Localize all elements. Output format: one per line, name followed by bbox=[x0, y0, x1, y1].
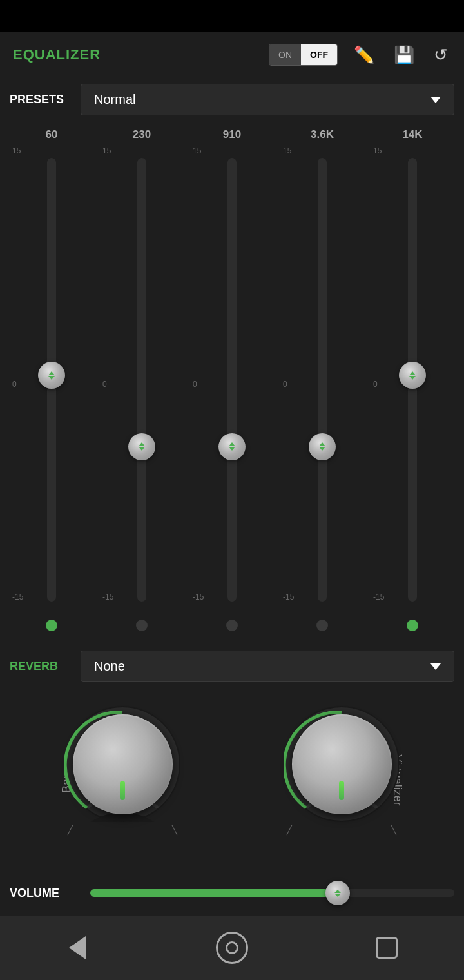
scale-bot-60: -15 bbox=[12, 593, 23, 602]
vol-arrow-up bbox=[334, 890, 341, 893]
scale-bot-230: -15 bbox=[102, 593, 113, 602]
reverb-dropdown[interactable]: None bbox=[81, 651, 454, 682]
scale-top-14k: 15 bbox=[373, 146, 382, 155]
nav-home-inner-icon bbox=[226, 941, 238, 954]
band-label-36k: 3.6K bbox=[311, 128, 334, 141]
slider-thumb-36k[interactable] bbox=[309, 433, 336, 460]
bass-knob-inner bbox=[73, 714, 173, 814]
volume-fill bbox=[90, 889, 338, 897]
virt-knob-outer bbox=[284, 706, 400, 822]
band-label-910: 910 bbox=[223, 128, 241, 141]
bass-max-mark: ╲ bbox=[172, 825, 177, 835]
reverb-selected: None bbox=[94, 659, 125, 674]
toggle-off-button[interactable]: OFF bbox=[301, 44, 337, 65]
eq-band-36k: 3.6K 15 0 -15 bbox=[282, 128, 363, 631]
scale-mid-230: 0 bbox=[102, 380, 107, 389]
arrow-down-60 bbox=[48, 376, 55, 380]
scale-top-60: 15 bbox=[12, 146, 21, 155]
eq-band-230: 230 15 0 -15 bbox=[101, 128, 182, 631]
nav-recents-icon bbox=[376, 937, 398, 959]
arrow-up-36k bbox=[319, 442, 325, 446]
bass-knob[interactable] bbox=[64, 706, 180, 822]
scale-mid-14k: 0 bbox=[373, 380, 378, 389]
knobs-section: Bass ╱ ╲ bbox=[0, 690, 464, 870]
thumb-arrows-230 bbox=[139, 442, 145, 451]
slider-thumb-230[interactable] bbox=[128, 433, 155, 460]
scale-top-910: 15 bbox=[193, 146, 201, 155]
toggle-group: ON OFF bbox=[269, 44, 338, 66]
bottom-nav bbox=[0, 916, 464, 980]
virt-min-mark: ╱ bbox=[287, 825, 292, 835]
nav-back-button[interactable] bbox=[55, 925, 100, 970]
virtualizer-knob[interactable] bbox=[284, 706, 400, 822]
slider-thumb-14k[interactable] bbox=[399, 362, 426, 389]
scale-mid-910: 0 bbox=[193, 380, 197, 389]
virt-max-mark: ╲ bbox=[391, 825, 396, 835]
scale-bot-910: -15 bbox=[193, 593, 204, 602]
edit-icon[interactable]: ✏️ bbox=[351, 42, 378, 68]
eq-band-910: 910 15 0 -15 bbox=[191, 128, 273, 631]
bass-min-mark: ╱ bbox=[68, 825, 73, 835]
reverb-bar: REVERB None bbox=[0, 643, 464, 690]
main-content: PRESETS Normal 60 15 bbox=[0, 77, 464, 916]
scale-mid-36k: 0 bbox=[283, 380, 287, 389]
presets-dropdown-arrow bbox=[430, 97, 441, 103]
volume-section: VOLUME bbox=[0, 870, 464, 916]
thumb-arrows-36k bbox=[319, 442, 325, 451]
bass-knob-outer bbox=[64, 706, 180, 822]
save-icon[interactable]: 💾 bbox=[391, 42, 418, 68]
reset-icon[interactable]: ↺ bbox=[430, 42, 451, 68]
reverb-dropdown-arrow bbox=[430, 663, 441, 670]
band-label-230: 230 bbox=[133, 128, 151, 141]
presets-bar: PRESETS Normal bbox=[0, 77, 464, 122]
presets-selected: Normal bbox=[94, 92, 135, 107]
nav-back-icon bbox=[69, 936, 86, 959]
arrow-up-14k bbox=[409, 371, 416, 375]
arrow-down-230 bbox=[139, 447, 145, 451]
volume-label: VOLUME bbox=[10, 887, 81, 900]
arrow-down-910 bbox=[229, 447, 235, 451]
toolbar: EQUALIZER ON OFF ✏️ 💾 ↺ bbox=[0, 32, 464, 77]
status-bar bbox=[0, 0, 464, 32]
arrow-up-230 bbox=[139, 442, 145, 446]
arrow-up-60 bbox=[48, 371, 55, 375]
virtualizer-knob-container: Virtualizer ╱ ╲ bbox=[274, 706, 409, 854]
band-dot-14k bbox=[407, 620, 418, 631]
nav-recents-button[interactable] bbox=[364, 925, 409, 970]
scale-mid-60: 0 bbox=[12, 380, 17, 389]
volume-slider[interactable] bbox=[90, 889, 454, 897]
virt-knob-inner bbox=[292, 714, 392, 814]
slider-thumb-60[interactable] bbox=[38, 362, 65, 389]
eq-section: 60 15 0 -15 bbox=[0, 122, 464, 640]
toggle-on-button[interactable]: ON bbox=[269, 44, 301, 65]
thumb-arrows-910 bbox=[229, 442, 235, 451]
presets-label: PRESETS bbox=[10, 93, 74, 106]
thumb-arrows-60 bbox=[48, 371, 55, 380]
band-dot-230 bbox=[136, 620, 148, 631]
scale-top-230: 15 bbox=[102, 146, 111, 155]
slider-thumb-910[interactable] bbox=[218, 433, 246, 460]
bass-knob-indicator bbox=[120, 781, 125, 800]
arrow-down-14k bbox=[409, 376, 416, 380]
volume-thumb[interactable] bbox=[325, 881, 350, 905]
app-title: EQUALIZER bbox=[13, 46, 101, 63]
nav-home-button[interactable] bbox=[209, 925, 255, 970]
band-dot-36k bbox=[316, 620, 328, 631]
reverb-label: REVERB bbox=[10, 660, 74, 673]
band-dot-60 bbox=[46, 620, 57, 631]
virt-knob-indicator bbox=[339, 781, 344, 800]
scale-top-36k: 15 bbox=[283, 146, 291, 155]
presets-dropdown[interactable]: Normal bbox=[81, 84, 454, 115]
band-dot-910 bbox=[226, 620, 238, 631]
bass-knob-container: Bass ╱ ╲ bbox=[55, 706, 190, 854]
band-label-14k: 14K bbox=[402, 128, 422, 141]
band-label-60: 60 bbox=[46, 128, 58, 141]
arrow-up-910 bbox=[229, 442, 235, 446]
scale-bot-36k: -15 bbox=[283, 593, 294, 602]
eq-bands: 60 15 0 -15 bbox=[6, 128, 458, 631]
vol-arrow-down bbox=[334, 894, 341, 897]
eq-band-60: 60 15 0 -15 bbox=[11, 128, 92, 631]
thumb-arrows-14k bbox=[409, 371, 416, 380]
volume-thumb-arrows bbox=[334, 890, 341, 897]
arrow-down-36k bbox=[319, 447, 325, 451]
